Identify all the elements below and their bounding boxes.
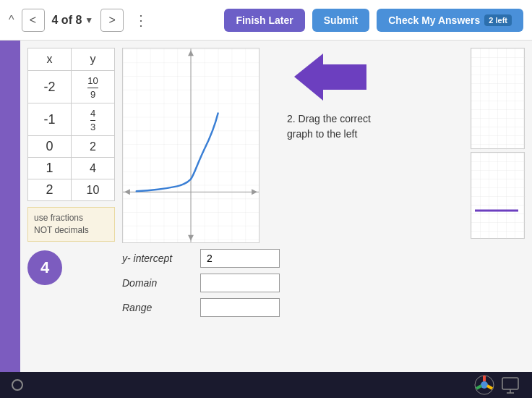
graph-container[interactable] — [122, 48, 259, 243]
circle-badge: 4 — [27, 250, 62, 285]
x-val-3: 0 — [28, 136, 72, 158]
mini-grid-svg-bottom — [471, 153, 525, 240]
input-fields: y- intercept Domain Range — [122, 249, 280, 317]
bottom-bar — [0, 372, 532, 398]
table-row: -1 4 3 — [28, 103, 115, 136]
fraction-num-2: 4 — [90, 108, 95, 121]
y-val-2: 4 3 — [72, 103, 115, 136]
top-right: 2. Drag the correct graph to the left — [287, 48, 525, 239]
question-label: 4 of 8 — [52, 14, 82, 27]
dots-menu[interactable]: ⋮ — [131, 12, 151, 29]
chrome-icon[interactable] — [474, 375, 494, 395]
x-val-1: -2 — [28, 71, 72, 103]
mini-grid-top[interactable] — [471, 48, 525, 149]
main-content: x y -2 10 9 -1 — [0, 41, 532, 372]
question-nav: 4 of 8 ▼ — [52, 14, 94, 27]
graph-svg — [123, 48, 259, 242]
domain-input[interactable] — [200, 274, 280, 292]
right-section: 2. Drag the correct graph to the left — [287, 48, 525, 365]
left-panel: x y -2 10 9 -1 — [27, 48, 115, 365]
x-val-4: 1 — [28, 158, 72, 179]
y-val-5: 10 — [72, 179, 115, 201]
svg-marker-7 — [294, 54, 366, 101]
mini-grid-svg-top — [471, 48, 525, 150]
note-box: use fractions NOT decimals — [27, 207, 115, 242]
range-label: Range — [122, 302, 194, 313]
table-row: 2 10 — [28, 179, 115, 201]
y-val-3: 2 — [72, 136, 115, 158]
note-line1: use fractions — [34, 212, 108, 224]
fraction-den-2: 3 — [90, 121, 95, 133]
col-y-header: y — [72, 48, 115, 71]
svg-rect-9 — [471, 153, 525, 240]
content-area: x y -2 10 9 -1 — [20, 41, 532, 372]
instruction-line2: graph to the left — [287, 127, 371, 142]
svg-rect-13 — [502, 378, 518, 389]
fraction-2: 4 3 — [90, 108, 95, 132]
bottom-icons — [474, 375, 520, 395]
col-x-header: x — [28, 48, 72, 71]
instruction-line1: 2. Drag the correct — [287, 111, 371, 127]
arrow-area — [287, 48, 374, 106]
right-grids — [471, 48, 525, 239]
arrow-svg — [287, 50, 374, 104]
arrow-instruction: 2. Drag the correct graph to the left — [287, 48, 374, 239]
question-dropdown[interactable]: ▼ — [85, 15, 93, 25]
y-val-1: 10 9 — [72, 71, 115, 103]
drag-instruction: 2. Drag the correct graph to the left — [287, 111, 371, 142]
left-sidebar — [0, 41, 20, 372]
top-bar: ^ < 4 of 8 ▼ > ⋮ Finish Later Submit Che… — [0, 0, 532, 41]
fraction-den-1: 9 — [90, 88, 95, 101]
bottom-circle — [12, 379, 23, 391]
svg-rect-8 — [471, 48, 525, 150]
fraction-num-1: 10 — [87, 75, 98, 88]
check-answers-button[interactable]: Check My Answers 2 left — [377, 9, 523, 32]
domain-label: Domain — [122, 277, 194, 289]
x-val-2: -1 — [28, 103, 72, 136]
note-line2: NOT decimals — [34, 224, 108, 237]
check-answers-label: Check My Answers — [388, 14, 480, 26]
prev-button[interactable]: < — [22, 9, 45, 32]
x-val-5: 2 — [28, 179, 72, 201]
y-intercept-label: y- intercept — [122, 253, 194, 264]
mini-grid-bottom[interactable] — [471, 152, 525, 239]
collapse-button[interactable]: ^ — [9, 14, 14, 27]
range-input[interactable] — [200, 298, 280, 317]
middle-panel: y- intercept Domain Range — [122, 48, 280, 365]
finish-later-button[interactable]: Finish Later — [224, 9, 304, 32]
next-button[interactable]: > — [100, 9, 124, 32]
y-intercept-row: y- intercept — [122, 249, 280, 268]
submit-button[interactable]: Submit — [312, 9, 369, 32]
domain-row: Domain — [122, 274, 280, 292]
fraction-1: 10 9 — [87, 75, 98, 100]
table-row: 0 2 — [28, 136, 115, 158]
badge-number: 4 — [40, 258, 49, 277]
svg-point-12 — [481, 381, 488, 389]
range-row: Range — [122, 298, 280, 317]
table-row: 1 4 — [28, 158, 115, 179]
monitor-icon[interactable] — [500, 375, 520, 395]
table-row: -2 10 9 — [28, 71, 115, 103]
y-intercept-input[interactable] — [200, 249, 280, 268]
left-badge: 2 left — [484, 14, 512, 26]
y-val-4: 4 — [72, 158, 115, 179]
xy-table: x y -2 10 9 -1 — [27, 48, 115, 201]
